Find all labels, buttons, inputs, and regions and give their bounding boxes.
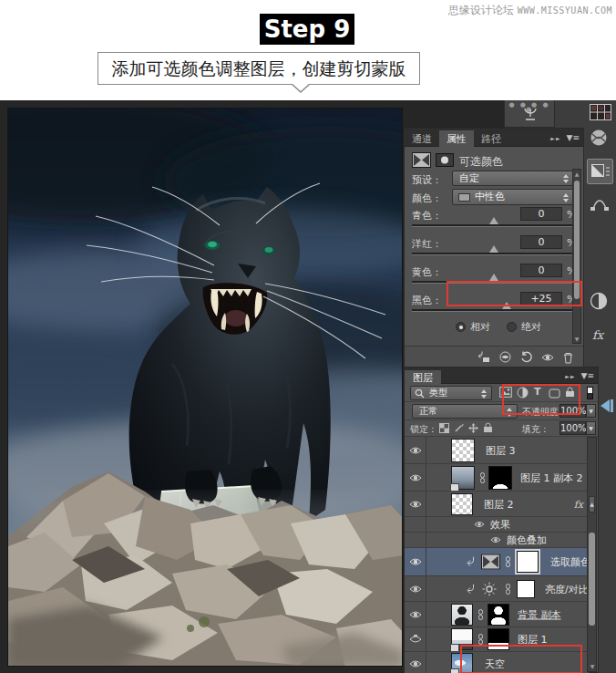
color-overlay-label[interactable]: 颜色叠加 [507,533,547,547]
panel-menu-icon[interactable]: ▼≡ [567,133,580,142]
visibility-toggle[interactable] [405,548,426,575]
scroll-down-icon[interactable]: ▼ [589,663,596,669]
layer-name[interactable]: 背景 副本 [518,607,561,621]
scroll-up-button[interactable]: ▲ [589,496,595,513]
layer-name[interactable]: 亮度/对比度 1 [545,582,589,595]
cyan-value[interactable]: 0 [520,207,562,221]
opacity-dropdown-button[interactable]: ▼ [586,404,596,418]
layer-name[interactable]: 图层 3 [486,443,516,457]
yellow-value[interactable]: 0 [520,264,562,277]
lock-transparency-icon[interactable] [439,423,449,433]
layer-name[interactable]: 选取颜色 1 [550,555,589,569]
reset-icon[interactable] [520,351,533,363]
brightness-contrast-icon[interactable] [482,582,497,596]
scroll-up-icon[interactable]: ▲ [573,171,580,177]
color-overlay-row[interactable]: 颜色叠加 [405,533,589,548]
layer-row[interactable]: 背景 副本 [405,602,589,627]
layer-name[interactable]: 图层 2 [484,497,514,511]
collapse-panel-icon[interactable]: ►► [565,373,575,379]
visibility-toggle[interactable] [405,437,426,463]
lock-all-icon[interactable] [483,422,493,433]
scroll-down-icon[interactable]: ▼ [573,336,580,342]
lock-position-move-icon[interactable] [468,423,478,433]
fill-value[interactable]: 100% [560,421,586,435]
delete-trash-icon[interactable] [562,351,574,364]
visibility-eye-icon[interactable] [541,353,554,362]
properties-scrollbar[interactable]: ▲ ▼ [572,169,581,344]
layer-mask-thumbnail[interactable] [488,604,509,626]
fill-label: 填充： [522,423,549,436]
effects-row[interactable]: 效果 [405,517,589,533]
radio-dot[interactable] [456,322,466,332]
layer-thumbnail[interactable] [451,439,475,462]
cyan-slider[interactable] [412,224,576,227]
adjustments-panel-selected[interactable] [587,159,613,184]
visibility-toggle[interactable] [405,602,426,626]
visibility-toggle[interactable] [474,521,485,529]
absolute-radio[interactable]: 绝对 [507,320,541,334]
visibility-toggle[interactable] [405,492,426,516]
radio-dot[interactable] [507,322,517,332]
layer-thumbnail[interactable] [451,493,473,515]
magenta-slider[interactable] [412,253,576,255]
fx-badge[interactable]: fx [574,498,583,510]
magenta-label: 洋红： [412,237,442,251]
layer-thumbnail[interactable] [451,604,473,626]
visibility-toggle[interactable] [405,576,426,601]
color-dropdown[interactable]: 中性色 [452,189,574,205]
layer-row[interactable]: 图层 1 副本 2 [405,464,589,492]
tool-preset-icon[interactable] [522,108,539,122]
layer-row[interactable]: 图层 2 fx [405,492,589,517]
lock-pixels-brush-icon[interactable] [454,423,464,433]
slider-thumb[interactable] [489,245,498,253]
tab-paths[interactable]: 路径 [474,130,508,149]
subtitle-text: 添加可选颜色调整图层，创建剪切蒙版 [112,58,406,78]
collapse-dock-icon[interactable] [601,399,610,412]
highlight-color-dropdown [447,281,582,306]
selective-color-icon[interactable] [481,554,500,570]
visibility-toggle[interactable] [490,536,501,544]
fill-dropdown-button[interactable]: ▼ [586,421,596,435]
layer-mask-thumbnail[interactable] [488,466,512,490]
canvas-zone [0,100,404,673]
effects-label[interactable]: 效果 [490,518,510,532]
relative-radio[interactable]: 相对 [456,320,490,334]
filter-kind-dropdown[interactable]: 类型 [410,386,492,400]
subtitle-callout: 添加可选颜色调整图层，创建剪切蒙版 [98,52,420,85]
layer-mask-thumbnail[interactable] [517,551,539,573]
slider-thumb[interactable] [489,217,498,224]
smart-object-badge [450,644,459,652]
scrollbar-thumb[interactable] [589,533,595,626]
filter-toggle[interactable] [587,387,593,399]
view-previous-state-icon[interactable] [498,351,512,363]
watermark: 思缘设计论坛 WWW.MISSYUAN.COM [448,3,612,18]
layer-name[interactable]: 图层 1 副本 2 [520,471,583,484]
panel-menu-icon[interactable]: ▼≡ [581,371,594,380]
contrast-panel-icon[interactable] [590,292,608,310]
visibility-toggle[interactable] [405,464,426,491]
preset-dropdown[interactable]: 自定 [452,171,574,186]
magenta-value[interactable]: 0 [520,235,562,249]
layer-row-selected[interactable]: 选取颜色 1 [405,548,589,576]
smart-object-badge [450,483,459,492]
fx-panel-icon[interactable]: fx [592,328,603,342]
main-canvas[interactable] [7,108,403,667]
tab-channels[interactable]: 通道 [405,130,439,149]
layer-thumbnail[interactable] [451,466,475,490]
clip-to-layer-icon[interactable] [477,351,490,363]
black-slider[interactable] [412,309,576,312]
layer-row[interactable]: 亮度/对比度 1 [405,576,589,602]
visibility-toggle[interactable] [405,652,426,673]
slider-thumb[interactable] [489,274,498,281]
layer-mask-thumbnail[interactable] [517,580,535,598]
tab-properties[interactable]: 属性 [439,130,474,149]
collapse-panel-icon[interactable]: ►► [550,135,560,141]
cyan-label: 青色： [412,209,442,223]
swatches-panel-icon[interactable] [590,104,611,122]
layers-scrollbar[interactable]: ▲ ▼ [587,437,597,672]
layer-row[interactable]: 图层 3 [405,437,589,464]
visibility-toggle[interactable] [405,627,426,651]
styles-panel-icon[interactable] [590,129,608,147]
selective-color-panel-icon [591,164,610,179]
paths-tool-icon[interactable] [590,195,610,212]
